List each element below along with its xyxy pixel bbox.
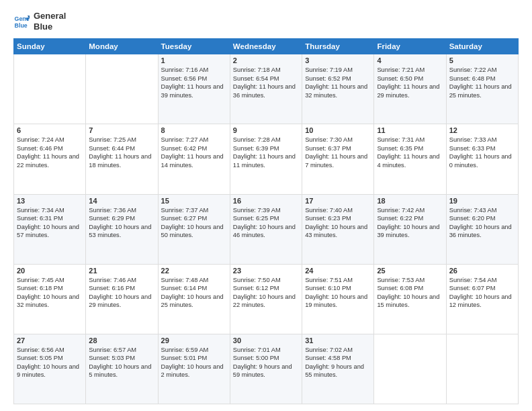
calendar-day-header: Monday — [86, 39, 158, 54]
cell-info: Sunrise: 7:45 AM Sunset: 6:18 PM Dayligh… — [17, 276, 83, 310]
day-number: 17 — [305, 197, 371, 205]
calendar-day-header: Tuesday — [158, 39, 230, 54]
calendar-cell: 31Sunrise: 7:02 AM Sunset: 4:58 PM Dayli… — [302, 334, 374, 404]
calendar-cell: 7Sunrise: 7:25 AM Sunset: 6:44 PM Daylig… — [86, 124, 158, 194]
logo-icon: General Blue — [13, 13, 30, 30]
cell-info: Sunrise: 7:33 AM Sunset: 6:33 PM Dayligh… — [449, 136, 515, 169]
day-number: 15 — [161, 197, 227, 205]
calendar-cell — [86, 54, 158, 124]
calendar-week-row: 27Sunrise: 6:56 AM Sunset: 5:05 PM Dayli… — [14, 334, 519, 404]
day-number: 27 — [17, 336, 83, 345]
calendar-cell: 25Sunrise: 7:53 AM Sunset: 6:08 PM Dayli… — [374, 264, 446, 334]
cell-info: Sunrise: 7:37 AM Sunset: 6:27 PM Dayligh… — [161, 206, 227, 240]
day-number: 29 — [161, 336, 227, 345]
calendar-cell: 26Sunrise: 7:54 AM Sunset: 6:07 PM Dayli… — [446, 264, 518, 334]
calendar-cell: 24Sunrise: 7:51 AM Sunset: 6:10 PM Dayli… — [302, 264, 374, 334]
cell-info: Sunrise: 7:46 AM Sunset: 6:16 PM Dayligh… — [89, 276, 154, 310]
cell-info: Sunrise: 6:57 AM Sunset: 5:03 PM Dayligh… — [89, 346, 154, 379]
calendar-cell: 13Sunrise: 7:34 AM Sunset: 6:31 PM Dayli… — [14, 194, 86, 264]
cell-info: Sunrise: 7:16 AM Sunset: 6:56 PM Dayligh… — [161, 66, 227, 99]
day-number: 24 — [305, 267, 371, 275]
calendar-cell: 20Sunrise: 7:45 AM Sunset: 6:18 PM Dayli… — [14, 264, 86, 334]
calendar-cell: 10Sunrise: 7:30 AM Sunset: 6:37 PM Dayli… — [302, 124, 374, 194]
cell-info: Sunrise: 7:50 AM Sunset: 6:12 PM Dayligh… — [233, 276, 299, 310]
day-number: 1 — [161, 56, 227, 64]
calendar-cell: 22Sunrise: 7:48 AM Sunset: 6:14 PM Dayli… — [158, 264, 230, 334]
day-number: 28 — [89, 336, 154, 345]
cell-info: Sunrise: 7:25 AM Sunset: 6:44 PM Dayligh… — [89, 136, 154, 169]
calendar-cell: 17Sunrise: 7:40 AM Sunset: 6:23 PM Dayli… — [302, 194, 374, 264]
calendar-cell: 3Sunrise: 7:19 AM Sunset: 6:52 PM Daylig… — [302, 54, 374, 124]
calendar-cell — [14, 54, 86, 124]
calendar-cell: 15Sunrise: 7:37 AM Sunset: 6:27 PM Dayli… — [158, 194, 230, 264]
cell-info: Sunrise: 7:31 AM Sunset: 6:35 PM Dayligh… — [377, 136, 443, 169]
calendar-cell: 11Sunrise: 7:31 AM Sunset: 6:35 PM Dayli… — [374, 124, 446, 194]
calendar-day-header: Friday — [374, 39, 446, 54]
calendar-week-row: 1Sunrise: 7:16 AM Sunset: 6:56 PM Daylig… — [14, 54, 519, 124]
calendar-cell: 29Sunrise: 6:59 AM Sunset: 5:01 PM Dayli… — [158, 334, 230, 404]
calendar-cell: 8Sunrise: 7:27 AM Sunset: 6:42 PM Daylig… — [158, 124, 230, 194]
cell-info: Sunrise: 7:02 AM Sunset: 4:58 PM Dayligh… — [305, 346, 371, 379]
cell-info: Sunrise: 7:43 AM Sunset: 6:20 PM Dayligh… — [449, 206, 515, 240]
cell-info: Sunrise: 7:21 AM Sunset: 6:50 PM Dayligh… — [377, 66, 443, 99]
day-number: 3 — [305, 56, 371, 64]
logo: General Blue General Blue — [13, 11, 66, 32]
day-number: 13 — [17, 197, 83, 205]
day-number: 12 — [449, 126, 515, 134]
day-number: 10 — [305, 126, 371, 134]
calendar-cell: 1Sunrise: 7:16 AM Sunset: 6:56 PM Daylig… — [158, 54, 230, 124]
cell-info: Sunrise: 7:53 AM Sunset: 6:08 PM Dayligh… — [377, 276, 443, 310]
cell-info: Sunrise: 7:28 AM Sunset: 6:39 PM Dayligh… — [233, 136, 299, 169]
calendar-week-row: 13Sunrise: 7:34 AM Sunset: 6:31 PM Dayli… — [14, 194, 519, 264]
cell-info: Sunrise: 7:18 AM Sunset: 6:54 PM Dayligh… — [233, 66, 299, 99]
day-number: 31 — [305, 336, 371, 345]
cell-info: Sunrise: 7:22 AM Sunset: 6:48 PM Dayligh… — [449, 66, 515, 99]
day-number: 30 — [233, 336, 299, 345]
day-number: 8 — [161, 126, 227, 134]
day-number: 6 — [17, 126, 83, 134]
day-number: 20 — [17, 267, 83, 275]
day-number: 25 — [377, 267, 443, 275]
cell-info: Sunrise: 7:42 AM Sunset: 6:22 PM Dayligh… — [377, 206, 443, 240]
day-number: 11 — [377, 126, 443, 134]
calendar-cell: 27Sunrise: 6:56 AM Sunset: 5:05 PM Dayli… — [14, 334, 86, 404]
calendar-cell: 9Sunrise: 7:28 AM Sunset: 6:39 PM Daylig… — [230, 124, 302, 194]
calendar-cell — [446, 334, 518, 404]
calendar-cell: 16Sunrise: 7:39 AM Sunset: 6:25 PM Dayli… — [230, 194, 302, 264]
calendar-day-header: Saturday — [446, 39, 518, 54]
day-number: 18 — [377, 197, 443, 205]
calendar-week-row: 6Sunrise: 7:24 AM Sunset: 6:46 PM Daylig… — [14, 124, 519, 194]
cell-info: Sunrise: 7:36 AM Sunset: 6:29 PM Dayligh… — [89, 206, 154, 240]
calendar-week-row: 20Sunrise: 7:45 AM Sunset: 6:18 PM Dayli… — [14, 264, 519, 334]
day-number: 14 — [89, 197, 154, 205]
cell-info: Sunrise: 7:27 AM Sunset: 6:42 PM Dayligh… — [161, 136, 227, 169]
day-number: 22 — [161, 267, 227, 275]
calendar-day-header: Thursday — [302, 39, 374, 54]
calendar-day-header: Sunday — [14, 39, 86, 54]
day-number: 26 — [449, 267, 515, 275]
page-header: General Blue General Blue — [13, 11, 519, 32]
calendar-cell — [374, 334, 446, 404]
cell-info: Sunrise: 7:24 AM Sunset: 6:46 PM Dayligh… — [17, 136, 83, 169]
cell-info: Sunrise: 7:01 AM Sunset: 5:00 PM Dayligh… — [233, 346, 299, 379]
day-number: 2 — [233, 56, 299, 64]
day-number: 7 — [89, 126, 154, 134]
calendar-cell: 19Sunrise: 7:43 AM Sunset: 6:20 PM Dayli… — [446, 194, 518, 264]
cell-info: Sunrise: 7:51 AM Sunset: 6:10 PM Dayligh… — [305, 276, 371, 310]
svg-text:Blue: Blue — [15, 21, 28, 28]
calendar-table: SundayMondayTuesdayWednesdayThursdayFrid… — [13, 38, 519, 404]
cell-info: Sunrise: 7:48 AM Sunset: 6:14 PM Dayligh… — [161, 276, 227, 310]
logo-text: General Blue — [34, 11, 66, 32]
cell-info: Sunrise: 7:40 AM Sunset: 6:23 PM Dayligh… — [305, 206, 371, 240]
calendar-cell: 6Sunrise: 7:24 AM Sunset: 6:46 PM Daylig… — [14, 124, 86, 194]
day-number: 9 — [233, 126, 299, 134]
calendar-header-row: SundayMondayTuesdayWednesdayThursdayFrid… — [14, 39, 519, 54]
cell-info: Sunrise: 7:19 AM Sunset: 6:52 PM Dayligh… — [305, 66, 371, 99]
day-number: 21 — [89, 267, 154, 275]
cell-info: Sunrise: 7:39 AM Sunset: 6:25 PM Dayligh… — [233, 206, 299, 240]
calendar-cell: 4Sunrise: 7:21 AM Sunset: 6:50 PM Daylig… — [374, 54, 446, 124]
day-number: 23 — [233, 267, 299, 275]
calendar-cell: 30Sunrise: 7:01 AM Sunset: 5:00 PM Dayli… — [230, 334, 302, 404]
day-number: 5 — [449, 56, 515, 64]
cell-info: Sunrise: 7:30 AM Sunset: 6:37 PM Dayligh… — [305, 136, 371, 169]
